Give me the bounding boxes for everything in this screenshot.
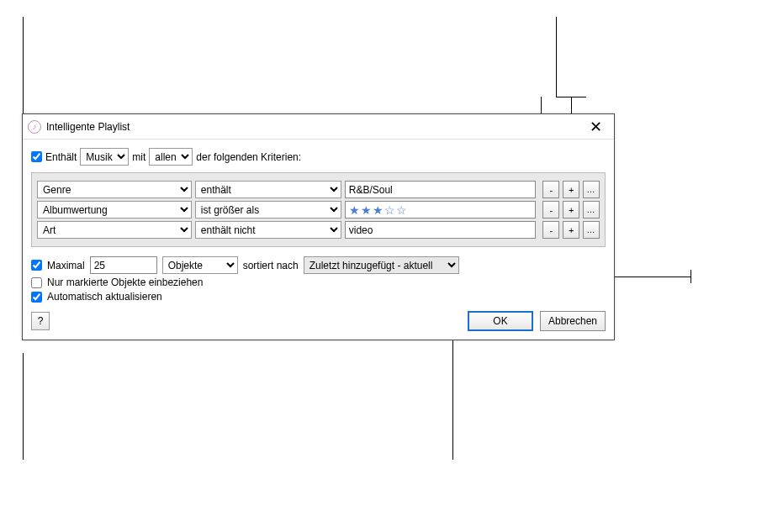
remove-rule-button[interactable]: - — [542, 201, 559, 219]
match-mode-select[interactable]: allen — [149, 148, 193, 166]
sort-by-select[interactable]: Zuletzt hinzugefügt - aktuell — [304, 256, 459, 274]
smart-playlist-dialog: ♪ Intelligente Playlist ✕ Enthält Musik … — [22, 113, 615, 340]
rule-field-select[interactable]: Genre — [37, 181, 192, 198]
rule-more-button[interactable]: … — [583, 221, 600, 239]
rule-operator-select[interactable]: enthält nicht — [195, 221, 341, 239]
app-icon: ♪ — [28, 120, 41, 134]
star-icon: ★ — [349, 203, 360, 217]
only-checked-checkbox[interactable] — [31, 277, 42, 288]
rule-operator-select[interactable]: ist größer als — [195, 201, 341, 219]
cancel-button[interactable]: Abbrechen — [540, 311, 606, 331]
only-checked-label: Nur markierte Objekte einbeziehen — [47, 277, 203, 288]
match-criteria-row: Enthält Musik mit allen der folgenden Kr… — [31, 146, 606, 172]
rule-field-select[interactable]: Art — [37, 221, 192, 239]
add-rule-button[interactable]: + — [563, 181, 579, 198]
rule-row: Art enthält nicht - + … — [37, 221, 600, 239]
close-button[interactable]: ✕ — [585, 118, 607, 136]
limit-row: Maximal Objekte sortiert nach Zuletzt hi… — [31, 256, 606, 274]
help-button[interactable]: ? — [31, 312, 50, 330]
match-checkbox[interactable] — [31, 151, 42, 162]
callout-line — [556, 17, 557, 97]
limit-checkbox[interactable] — [31, 260, 42, 271]
rule-value-input[interactable] — [345, 221, 537, 239]
sort-label: sortiert nach — [243, 260, 299, 271]
only-checked-row: Nur markierte Objekte einbeziehen — [31, 277, 606, 288]
dialog-buttons: ? OK Abbrechen — [31, 311, 606, 331]
titlebar: ♪ Intelligente Playlist ✕ — [23, 114, 614, 140]
match-joiner: mit — [132, 151, 145, 163]
callout-line — [23, 353, 24, 460]
add-rule-button[interactable]: + — [563, 221, 579, 239]
star-icon: ★ — [361, 203, 372, 217]
live-update-checkbox[interactable] — [31, 292, 42, 303]
rule-operator-select[interactable]: enthält — [195, 181, 341, 198]
ok-button[interactable]: OK — [468, 311, 533, 331]
rule-rating-input[interactable]: ★ ★ ★ ☆ ☆ — [345, 201, 537, 219]
star-icon: ☆ — [384, 203, 395, 217]
limit-units-select[interactable]: Objekte — [162, 256, 238, 274]
rule-more-button[interactable]: … — [583, 181, 600, 198]
star-icon: ★ — [373, 203, 384, 217]
limit-label: Maximal — [47, 260, 85, 271]
rule-row: Genre enthält - + … — [37, 181, 600, 198]
match-label: Enthält — [45, 151, 77, 163]
rules-container: Genre enthält - + … Albumwertung — [31, 172, 606, 247]
live-update-row: Automatisch aktualisieren — [31, 291, 606, 303]
live-update-label: Automatisch aktualisieren — [47, 291, 162, 303]
callout-line — [690, 270, 691, 283]
dialog-title: Intelligente Playlist — [46, 121, 130, 133]
remove-rule-button[interactable]: - — [542, 181, 559, 198]
rule-more-button[interactable]: … — [583, 201, 600, 219]
rule-value-input[interactable] — [345, 181, 537, 198]
remove-rule-button[interactable]: - — [542, 221, 559, 239]
rule-field-select[interactable]: Albumwertung — [37, 201, 192, 219]
media-type-select[interactable]: Musik — [80, 148, 129, 166]
add-rule-button[interactable]: + — [563, 201, 579, 219]
limit-value-input[interactable] — [90, 256, 157, 274]
star-icon: ☆ — [396, 203, 407, 217]
match-suffix: der folgenden Kriterien: — [196, 151, 301, 163]
rule-row: Albumwertung ist größer als ★ ★ ★ ☆ ☆ - … — [37, 201, 600, 219]
